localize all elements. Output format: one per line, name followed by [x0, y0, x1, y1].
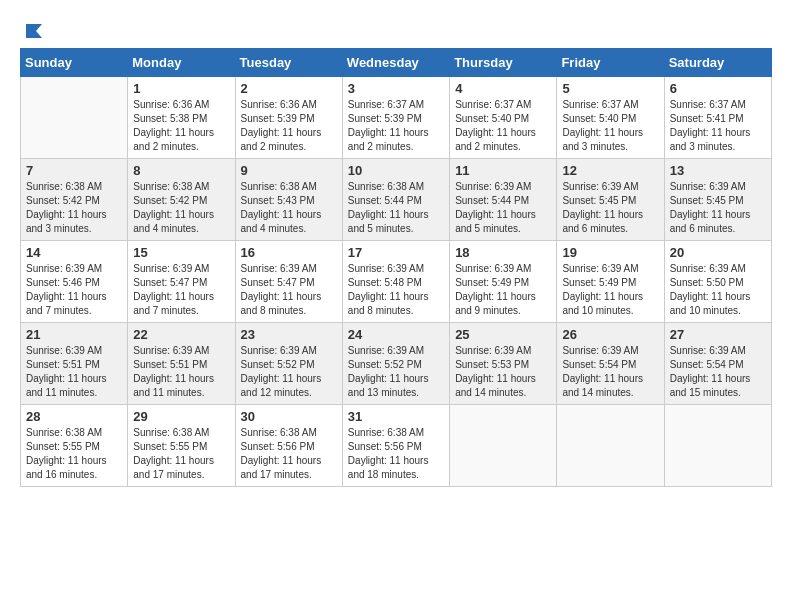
week-row-3: 14Sunrise: 6:39 AM Sunset: 5:46 PM Dayli… — [21, 241, 772, 323]
day-cell — [450, 405, 557, 487]
col-header-thursday: Thursday — [450, 49, 557, 77]
day-info: Sunrise: 6:39 AM Sunset: 5:45 PM Dayligh… — [670, 180, 766, 236]
day-info: Sunrise: 6:39 AM Sunset: 5:52 PM Dayligh… — [241, 344, 337, 400]
svg-marker-0 — [26, 24, 42, 38]
day-cell: 24Sunrise: 6:39 AM Sunset: 5:52 PM Dayli… — [342, 323, 449, 405]
day-info: Sunrise: 6:39 AM Sunset: 5:45 PM Dayligh… — [562, 180, 658, 236]
day-info: Sunrise: 6:39 AM Sunset: 5:48 PM Dayligh… — [348, 262, 444, 318]
day-info: Sunrise: 6:39 AM Sunset: 5:44 PM Dayligh… — [455, 180, 551, 236]
day-info: Sunrise: 6:39 AM Sunset: 5:54 PM Dayligh… — [562, 344, 658, 400]
day-cell: 23Sunrise: 6:39 AM Sunset: 5:52 PM Dayli… — [235, 323, 342, 405]
day-cell: 11Sunrise: 6:39 AM Sunset: 5:44 PM Dayli… — [450, 159, 557, 241]
day-info: Sunrise: 6:39 AM Sunset: 5:51 PM Dayligh… — [26, 344, 122, 400]
day-number: 30 — [241, 409, 337, 424]
header — [20, 20, 772, 38]
day-cell: 28Sunrise: 6:38 AM Sunset: 5:55 PM Dayli… — [21, 405, 128, 487]
col-header-tuesday: Tuesday — [235, 49, 342, 77]
day-info: Sunrise: 6:37 AM Sunset: 5:40 PM Dayligh… — [562, 98, 658, 154]
day-info: Sunrise: 6:39 AM Sunset: 5:49 PM Dayligh… — [455, 262, 551, 318]
day-cell: 5Sunrise: 6:37 AM Sunset: 5:40 PM Daylig… — [557, 77, 664, 159]
day-number: 1 — [133, 81, 229, 96]
day-cell: 25Sunrise: 6:39 AM Sunset: 5:53 PM Dayli… — [450, 323, 557, 405]
day-number: 10 — [348, 163, 444, 178]
day-number: 31 — [348, 409, 444, 424]
day-number: 16 — [241, 245, 337, 260]
day-number: 24 — [348, 327, 444, 342]
day-cell — [557, 405, 664, 487]
day-cell: 16Sunrise: 6:39 AM Sunset: 5:47 PM Dayli… — [235, 241, 342, 323]
logo-flag-icon — [22, 20, 44, 42]
day-info: Sunrise: 6:38 AM Sunset: 5:55 PM Dayligh… — [133, 426, 229, 482]
day-info: Sunrise: 6:39 AM Sunset: 5:47 PM Dayligh… — [133, 262, 229, 318]
day-number: 17 — [348, 245, 444, 260]
col-header-friday: Friday — [557, 49, 664, 77]
day-number: 27 — [670, 327, 766, 342]
day-number: 19 — [562, 245, 658, 260]
day-info: Sunrise: 6:38 AM Sunset: 5:42 PM Dayligh… — [133, 180, 229, 236]
day-info: Sunrise: 6:39 AM Sunset: 5:50 PM Dayligh… — [670, 262, 766, 318]
day-info: Sunrise: 6:38 AM Sunset: 5:56 PM Dayligh… — [241, 426, 337, 482]
day-info: Sunrise: 6:37 AM Sunset: 5:39 PM Dayligh… — [348, 98, 444, 154]
day-number: 15 — [133, 245, 229, 260]
day-cell: 2Sunrise: 6:36 AM Sunset: 5:39 PM Daylig… — [235, 77, 342, 159]
day-cell: 14Sunrise: 6:39 AM Sunset: 5:46 PM Dayli… — [21, 241, 128, 323]
week-row-4: 21Sunrise: 6:39 AM Sunset: 5:51 PM Dayli… — [21, 323, 772, 405]
day-info: Sunrise: 6:38 AM Sunset: 5:42 PM Dayligh… — [26, 180, 122, 236]
day-cell: 18Sunrise: 6:39 AM Sunset: 5:49 PM Dayli… — [450, 241, 557, 323]
day-info: Sunrise: 6:39 AM Sunset: 5:54 PM Dayligh… — [670, 344, 766, 400]
day-number: 20 — [670, 245, 766, 260]
day-number: 7 — [26, 163, 122, 178]
week-row-5: 28Sunrise: 6:38 AM Sunset: 5:55 PM Dayli… — [21, 405, 772, 487]
day-number: 5 — [562, 81, 658, 96]
day-cell: 29Sunrise: 6:38 AM Sunset: 5:55 PM Dayli… — [128, 405, 235, 487]
day-info: Sunrise: 6:39 AM Sunset: 5:52 PM Dayligh… — [348, 344, 444, 400]
day-number: 21 — [26, 327, 122, 342]
week-row-1: 1Sunrise: 6:36 AM Sunset: 5:38 PM Daylig… — [21, 77, 772, 159]
day-number: 26 — [562, 327, 658, 342]
day-number: 11 — [455, 163, 551, 178]
col-header-sunday: Sunday — [21, 49, 128, 77]
day-number: 8 — [133, 163, 229, 178]
day-number: 12 — [562, 163, 658, 178]
day-cell: 22Sunrise: 6:39 AM Sunset: 5:51 PM Dayli… — [128, 323, 235, 405]
day-cell: 21Sunrise: 6:39 AM Sunset: 5:51 PM Dayli… — [21, 323, 128, 405]
day-cell: 3Sunrise: 6:37 AM Sunset: 5:39 PM Daylig… — [342, 77, 449, 159]
day-cell: 7Sunrise: 6:38 AM Sunset: 5:42 PM Daylig… — [21, 159, 128, 241]
day-info: Sunrise: 6:37 AM Sunset: 5:41 PM Dayligh… — [670, 98, 766, 154]
day-cell: 27Sunrise: 6:39 AM Sunset: 5:54 PM Dayli… — [664, 323, 771, 405]
day-info: Sunrise: 6:39 AM Sunset: 5:47 PM Dayligh… — [241, 262, 337, 318]
day-number: 22 — [133, 327, 229, 342]
col-header-saturday: Saturday — [664, 49, 771, 77]
day-info: Sunrise: 6:38 AM Sunset: 5:55 PM Dayligh… — [26, 426, 122, 482]
day-cell: 10Sunrise: 6:38 AM Sunset: 5:44 PM Dayli… — [342, 159, 449, 241]
day-cell: 30Sunrise: 6:38 AM Sunset: 5:56 PM Dayli… — [235, 405, 342, 487]
day-info: Sunrise: 6:39 AM Sunset: 5:51 PM Dayligh… — [133, 344, 229, 400]
day-cell: 20Sunrise: 6:39 AM Sunset: 5:50 PM Dayli… — [664, 241, 771, 323]
day-number: 14 — [26, 245, 122, 260]
day-cell: 1Sunrise: 6:36 AM Sunset: 5:38 PM Daylig… — [128, 77, 235, 159]
day-cell — [664, 405, 771, 487]
day-info: Sunrise: 6:37 AM Sunset: 5:40 PM Dayligh… — [455, 98, 551, 154]
day-info: Sunrise: 6:39 AM Sunset: 5:53 PM Dayligh… — [455, 344, 551, 400]
day-cell: 19Sunrise: 6:39 AM Sunset: 5:49 PM Dayli… — [557, 241, 664, 323]
day-number: 13 — [670, 163, 766, 178]
day-number: 25 — [455, 327, 551, 342]
day-cell: 17Sunrise: 6:39 AM Sunset: 5:48 PM Dayli… — [342, 241, 449, 323]
day-cell — [21, 77, 128, 159]
day-number: 29 — [133, 409, 229, 424]
header-row: SundayMondayTuesdayWednesdayThursdayFrid… — [21, 49, 772, 77]
calendar: SundayMondayTuesdayWednesdayThursdayFrid… — [20, 48, 772, 487]
day-cell: 6Sunrise: 6:37 AM Sunset: 5:41 PM Daylig… — [664, 77, 771, 159]
day-cell: 15Sunrise: 6:39 AM Sunset: 5:47 PM Dayli… — [128, 241, 235, 323]
day-number: 9 — [241, 163, 337, 178]
col-header-wednesday: Wednesday — [342, 49, 449, 77]
day-info: Sunrise: 6:36 AM Sunset: 5:39 PM Dayligh… — [241, 98, 337, 154]
day-cell: 4Sunrise: 6:37 AM Sunset: 5:40 PM Daylig… — [450, 77, 557, 159]
day-cell: 13Sunrise: 6:39 AM Sunset: 5:45 PM Dayli… — [664, 159, 771, 241]
day-info: Sunrise: 6:38 AM Sunset: 5:56 PM Dayligh… — [348, 426, 444, 482]
day-number: 6 — [670, 81, 766, 96]
day-cell: 12Sunrise: 6:39 AM Sunset: 5:45 PM Dayli… — [557, 159, 664, 241]
col-header-monday: Monday — [128, 49, 235, 77]
day-cell: 26Sunrise: 6:39 AM Sunset: 5:54 PM Dayli… — [557, 323, 664, 405]
day-cell: 31Sunrise: 6:38 AM Sunset: 5:56 PM Dayli… — [342, 405, 449, 487]
